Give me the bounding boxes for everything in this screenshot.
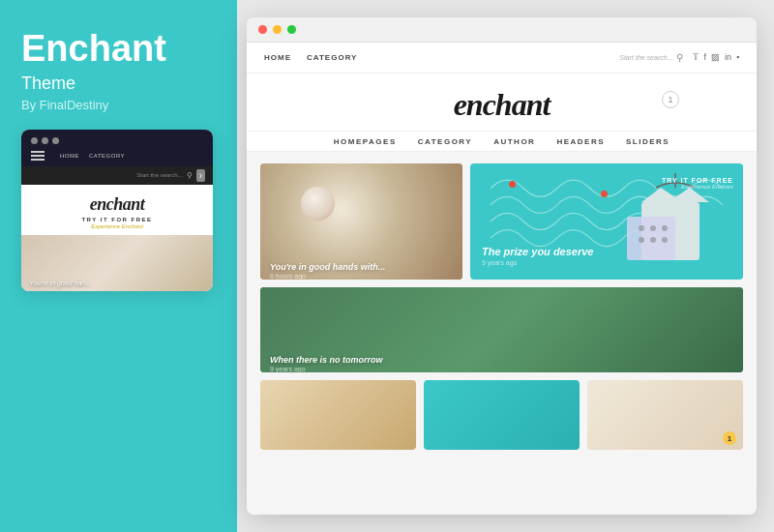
browser-body: HOME CATEGORY Start the search... ⚲ 𝕋 f … [247,43,757,515]
site-header: enchant 1 [247,74,757,132]
card-bot-3-img [587,380,743,450]
facebook-icon[interactable]: f [703,52,706,63]
site-logo: enchant [247,87,757,123]
site-social-icons: 𝕋 f ▨ in ⦁ [693,52,739,63]
browser-window: HOME CATEGORY Start the search... ⚲ 𝕋 f … [247,17,757,515]
browser-dot-red [258,25,267,34]
instagram-icon[interactable]: ▨ [711,52,720,63]
sidebar: Enchant Theme By FinalDestiny HOME CATEG… [0,0,237,532]
try-badge-text: TRY IT FOR FREE [662,177,733,184]
mini-nav-category: CATEGORY [89,153,125,159]
mini-search-bar: Start the search... ⚲ › [21,166,213,185]
site-search-label: Start the search... [619,54,672,61]
mini-dot-3 [52,137,59,144]
card-bottom-2 [424,380,580,450]
mini-preview-card: HOME CATEGORY Start the search... ⚲ › en… [21,130,213,291]
site-nav-left: HOME CATEGORY [264,53,357,62]
mini-thumbnail: You're in good han... [21,235,213,291]
mini-dot-2 [42,137,48,144]
mini-experience-label: Experience Enchant [29,223,205,229]
card-top-left-sub: 6 hours ago [270,273,306,280]
site-search-icon[interactable]: ⚲ [676,52,683,63]
browser-topbar [247,17,757,43]
card-bottom-1 [260,380,416,450]
site-search-area: Start the search... ⚲ [619,52,683,63]
grid-row-bottom: 1 [260,380,743,450]
svg-point-7 [650,237,656,243]
sidebar-author: By FinalDestiny [21,98,216,112]
try-badge: TRY IT FOR FREE Experience Enchant [662,177,733,190]
nav-sliders[interactable]: SLIDERS [626,137,670,146]
mini-try-label: TRY IT FOR FREE [29,217,205,222]
site-top-nav: HOME CATEGORY Start the search... ⚲ 𝕋 f … [247,43,757,74]
svg-marker-1 [641,188,709,202]
browser-dot-green [287,25,296,34]
site-nav-category[interactable]: CATEGORY [307,53,357,62]
nav-headers[interactable]: HEADERS [556,137,605,146]
mini-arrow-icon: › [196,169,205,182]
svg-point-3 [639,225,644,231]
teal-card-sub: 9 years ago [482,259,594,266]
mini-dot-1 [31,137,38,144]
card-bottom-3: 1 [587,380,743,450]
svg-point-4 [650,225,656,231]
pin-dot-2 [601,191,608,197]
pin-dot-1 [509,181,516,188]
card-top-left-caption: You're in good hands with... [270,262,385,272]
mini-search-icon: ⚲ [187,171,193,180]
card-bot-2-img [424,380,580,450]
twitter-icon[interactable]: 𝕋 [693,52,699,63]
grid-row-mid: When there is no tomorrow 9 years ago [260,287,743,372]
browser-dot-yellow [273,25,282,34]
mini-hamburger-icon [31,151,45,161]
mini-search-label: Start the search... [136,172,182,178]
nav-author[interactable]: AUTHOR [493,137,535,146]
card-bot-1-img [260,380,416,450]
card-teal-clothes: TRY IT FOR FREE Experience Enchant The p… [470,163,743,280]
mini-window-dots [31,137,203,144]
card-bottom-3-badge: 1 [723,431,736,445]
mini-logo-text: enchant [29,194,205,215]
svg-point-5 [662,225,668,231]
site-nav-home[interactable]: HOME [264,53,291,62]
site-nav-right: Start the search... ⚲ 𝕋 f ▨ in ⦁ [619,52,739,63]
card-plants: When there is no tomorrow 9 years ago [260,287,743,372]
try-badge-sub: Experience Enchant [662,184,733,190]
grid-row-top: You're in good hands with... 6 hours ago [260,163,743,280]
nav-homepages[interactable]: HOMEPAGES [334,137,397,146]
sidebar-title: Enchant [21,29,216,70]
mini-nav-home: HOME [60,153,79,159]
mini-nav-bar: HOME CATEGORY [21,130,213,166]
pinterest-icon[interactable]: ⦁ [736,52,739,63]
notification-badge[interactable]: 1 [662,91,679,108]
mini-nav-links: HOME CATEGORY [31,151,203,161]
content-grid: You're in good hands with... 6 hours ago [247,152,757,515]
card-food-honey: You're in good hands with... 6 hours ago [260,163,462,280]
teal-card-content: The prize you deserve 9 years ago [482,246,594,266]
svg-point-8 [662,237,668,243]
mini-logo-area: enchant TRY IT FOR FREE Experience Encha… [21,185,213,235]
site-main-nav: HOMEPAGES CATEGORY AUTHOR HEADERS SLIDER… [247,132,757,152]
main-content: HOME CATEGORY Start the search... ⚲ 𝕋 f … [237,0,774,532]
card-mid-sub: 9 years ago [270,366,306,372]
svg-point-6 [639,237,644,243]
nav-category[interactable]: CATEGORY [418,137,472,146]
linkedin-icon[interactable]: in [725,52,731,63]
mini-thumb-caption: You're in good han... [29,280,91,286]
teal-card-title: The prize you deserve [482,246,594,257]
sidebar-subtitle: Theme [21,74,216,94]
card-mid-caption: When there is no tomorrow [270,355,383,365]
